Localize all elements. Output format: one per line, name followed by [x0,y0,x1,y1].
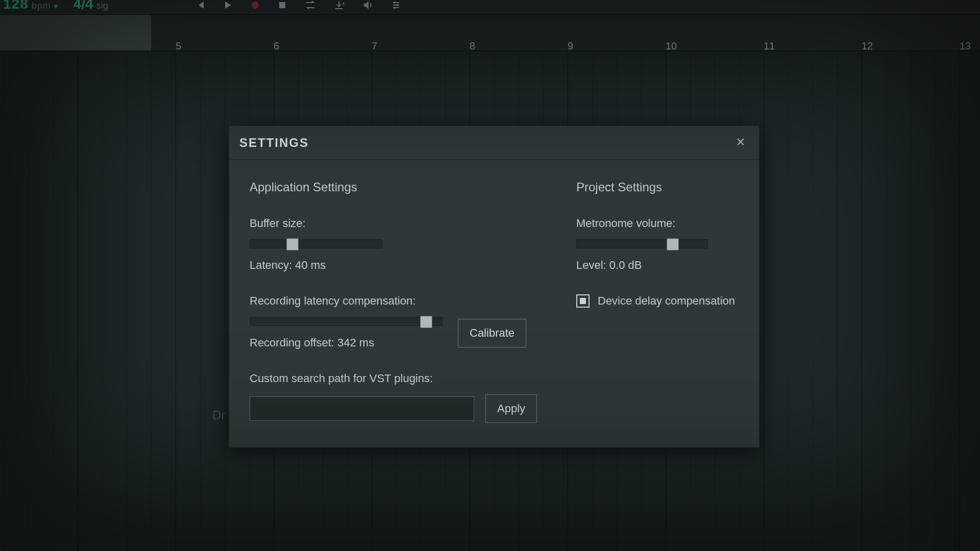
application-settings-heading: Application Settings [250,180,576,194]
speaker-icon[interactable] [362,0,374,10]
latency-readout: Latency: 40 ms [250,259,576,272]
buffer-size-slider[interactable] [250,239,382,248]
transport-controls [195,0,401,10]
latency-compensation-label: Recording latency compensation: [250,294,576,308]
application-settings-column: Application Settings Buffer size: Latenc… [250,180,576,423]
device-delay-compensation-label: Device delay compensation [598,294,735,308]
settings-icon[interactable] [391,0,401,10]
recording-offset-readout: Recording offset: 342 ms [250,336,443,349]
vst-path-input[interactable] [250,396,474,421]
metronome-volume-field: Metronome volume: Level: 0.0 dB [576,217,739,272]
buffer-size-field: Buffer size: Latency: 40 ms [250,217,576,272]
ruler-bar-number: 8 [470,40,475,51]
loop-icon[interactable] [304,1,316,10]
close-button[interactable] [732,135,749,151]
vst-path-label: Custom search path for VST plugins: [250,372,576,385]
svg-point-2 [394,2,396,4]
ruler-bar-number: 5 [176,40,181,51]
slider-thumb[interactable] [420,316,432,328]
apply-button[interactable]: Apply [485,394,537,423]
ruler-bar-number: 6 [274,40,279,51]
close-icon [736,136,746,150]
buffer-size-label: Buffer size: [250,217,576,230]
ruler-bar-number: 7 [372,40,377,51]
svg-point-4 [394,7,396,9]
calibrate-button[interactable]: Calibrate [458,319,526,347]
ruler-bar-number: 12 [862,40,873,51]
vst-path-field: Custom search path for VST plugins: Appl… [250,372,576,423]
metronome-level-readout: Level: 0.0 dB [576,259,739,272]
checkbox-mark-icon [580,298,586,304]
transport-bar: 128 bpm ▾ 4/4 sig [0,0,980,14]
latency-compensation-field: Recording latency compensation: Recordin… [250,294,576,349]
ruler-bar-number: 9 [568,40,573,51]
play-icon[interactable] [223,0,233,10]
ruler-bar-number: 13 [960,40,971,51]
stop-icon[interactable] [278,1,287,10]
metronome-volume-label: Metronome volume: [576,217,739,230]
svg-point-3 [397,4,399,6]
tempo-value: 128 [3,0,29,12]
project-settings-column: Project Settings Metronome volume: Level… [576,180,739,423]
export-icon[interactable] [334,0,345,10]
ruler-bar-number: 11 [764,40,775,51]
dialog-header: SETTINGS [229,126,759,160]
svg-point-0 [252,2,259,9]
device-delay-compensation-checkbox[interactable] [576,294,590,308]
ruler-bar-number: 10 [666,40,677,51]
latency-compensation-slider[interactable] [250,317,443,326]
drop-hint-text: Dr [212,408,225,422]
tempo-display[interactable]: 128 bpm ▾ [3,0,58,12]
slider-thumb[interactable] [286,238,299,251]
project-settings-heading: Project Settings [576,180,739,194]
device-delay-compensation-field: Device delay compensation [576,294,739,308]
timesig-unit: sig [96,1,108,11]
timeline-ruler[interactable]: 567891011121314 [0,14,980,51]
settings-dialog: SETTINGS Application Settings Buffer siz… [229,126,760,448]
metronome-volume-slider[interactable] [576,239,708,248]
timesig-value: 4/4 [74,0,93,12]
chevron-down-icon[interactable]: ▾ [54,2,58,10]
playhead-region [0,15,151,51]
timesig-display[interactable]: 4/4 sig [74,0,108,12]
record-icon[interactable] [250,0,260,10]
skip-back-icon[interactable] [195,0,205,10]
svg-rect-1 [279,2,285,8]
dialog-title: SETTINGS [239,136,309,150]
slider-thumb[interactable] [667,238,679,251]
tempo-unit: bpm [32,1,51,11]
